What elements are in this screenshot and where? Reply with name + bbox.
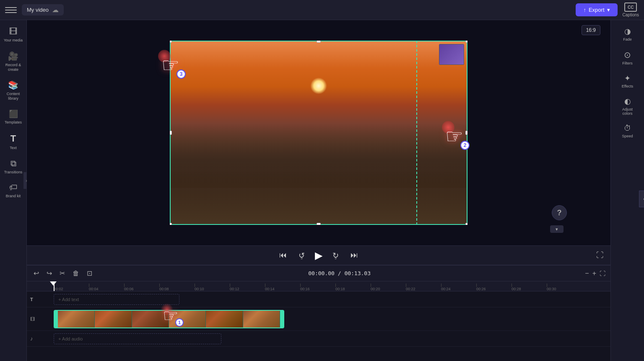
handle-top-center[interactable] [317, 41, 321, 43]
redo-button[interactable]: ↪ [45, 268, 54, 278]
menu-button[interactable] [5, 4, 17, 16]
undo-button[interactable]: ↩ [32, 268, 41, 278]
sidebar-label-templates: Templates [5, 120, 22, 125]
expand-timeline-button[interactable]: ⛶ [600, 270, 605, 277]
video-container[interactable]: ☞ 3 ☞ 2 [170, 41, 467, 225]
sidebar-item-content-library[interactable]: 📚 Contentlibrary [2, 77, 25, 104]
ruler-mark-0010: 00:10 [195, 284, 230, 291]
clip-thumb-5 [206, 311, 243, 327]
video-frame [170, 41, 467, 225]
video-track-row: 🎞 [27, 307, 610, 331]
sidebar-item-templates[interactable]: ⬛ Templates [2, 106, 25, 128]
skip-back-button[interactable]: ⏮ [278, 249, 288, 261]
play-button[interactable]: ▶ [315, 250, 322, 261]
fade-label: Fade [623, 37, 632, 41]
aspect-ratio-badge[interactable]: 16:9 [582, 25, 600, 35]
ruler-mark-0016: 00:16 [300, 284, 335, 291]
sidebar-item-record[interactable]: 🎥 Record &create [2, 48, 25, 75]
timeline-area: ↩ ↪ ✂ 🗑 ⊡ 00:00.00 / 00:13.03 − + ⛶ [27, 265, 610, 361]
chevron-down-icon: ▾ [556, 227, 558, 232]
caption-add-button[interactable]: ⊡ [85, 268, 94, 278]
timeline-tracks: T + Add text 🎞 [27, 291, 610, 361]
playhead-line[interactable] [54, 281, 55, 291]
zoom-in-button[interactable]: + [592, 270, 596, 277]
ruler-mark-0002: 00:02 [54, 284, 89, 291]
video-track-icon: 🎞 [30, 317, 35, 322]
text-track-label: T [27, 297, 54, 302]
timeline-ruler: 00:02 00:04 00:06 00:08 00:10 00:12 00:1… [27, 281, 610, 291]
handle-bottom-center[interactable] [317, 223, 321, 225]
video-clip[interactable] [54, 310, 284, 328]
ruler-mark-0026: 00:26 [476, 284, 512, 291]
playback-controls: ⏮ ↺5 ▶ ↻5 ⏭ ⛶ [27, 245, 610, 265]
ruler-mark-0008: 00:08 [159, 284, 195, 291]
right-sidebar-collapse-btn[interactable]: ‹ [639, 191, 644, 207]
add-audio-button[interactable]: + Add audio [54, 333, 221, 344]
export-dropdown-icon: ▾ [607, 7, 610, 13]
sidebar-item-transitions[interactable]: ⧉ Transitions [2, 155, 25, 178]
export-arrow-icon: ↑ [583, 7, 586, 13]
forward-5s-button[interactable]: ↻5 [331, 249, 340, 262]
sidebar-label-your-media: Your media [4, 38, 23, 43]
ruler-mark-0022: 00:22 [406, 284, 441, 291]
effects-icon: ✦ [624, 74, 631, 83]
rewind-5s-button[interactable]: ↺5 [297, 249, 306, 262]
clip-thumb-3 [132, 311, 169, 327]
right-sidebar-speed[interactable]: ⏱ Speed [613, 121, 643, 142]
export-label: Export [589, 7, 605, 13]
project-title[interactable]: My video ☁ [22, 4, 64, 15]
skip-forward-button[interactable]: ⏭ [349, 249, 360, 261]
corner-thumbnail [439, 44, 464, 65]
ruler-mark-0020: 00:20 [371, 284, 406, 291]
right-sidebar-effects[interactable]: ✦ Effects [613, 70, 643, 92]
clip-thumbnails [58, 311, 280, 327]
playhead-marker [50, 281, 57, 286]
filters-label: Filters [622, 61, 633, 65]
topbar: My video ☁ ↑ Export ▾ CC Captions [0, 0, 644, 20]
chevron-down-button[interactable]: ▾ [550, 225, 564, 233]
sidebar-item-text[interactable]: T Text [2, 130, 25, 154]
ruler-mark-0012: 00:12 [230, 284, 265, 291]
right-sidebar-filters[interactable]: ⊙ Filters [613, 46, 643, 69]
clip-handle-left[interactable] [55, 311, 58, 327]
sidebar-item-brand-kit[interactable]: 🏷 Brand kit [2, 179, 25, 202]
sidebar-item-your-media[interactable]: 🎞 Your media [2, 23, 25, 46]
ruler-mark-0014: 00:14 [265, 284, 300, 291]
handle-bottom-left[interactable] [170, 223, 172, 225]
fog-layer [170, 124, 467, 225]
handle-top-right[interactable] [465, 41, 467, 43]
time-total: 00:13.03 [344, 270, 371, 276]
time-separator: / [338, 270, 345, 276]
fullscreen-button[interactable]: ⛶ [596, 251, 604, 260]
help-button[interactable]: ? [552, 205, 567, 220]
captions-button[interactable]: CC Captions [623, 3, 639, 17]
cut-button[interactable]: ✂ [58, 268, 67, 278]
add-text-button[interactable]: + Add text [54, 294, 179, 305]
audio-track-icon: ♪ [30, 335, 33, 342]
split-line [416, 41, 417, 225]
main-area: 🎞 Your media 🎥 Record &create 📚 Contentl… [0, 20, 644, 361]
sun-element [310, 77, 327, 94]
help-icon: ? [557, 209, 562, 217]
handle-top-left[interactable] [170, 41, 172, 43]
media-icon: 🎞 [9, 27, 18, 36]
effects-label: Effects [622, 84, 633, 88]
clip-handle-right[interactable] [280, 311, 283, 327]
handle-middle-left[interactable] [170, 131, 172, 135]
delete-button[interactable]: 🗑 [71, 269, 81, 278]
sidebar-label-content-library: Contentlibrary [7, 92, 20, 101]
handle-bottom-right[interactable] [465, 223, 467, 225]
right-sidebar-fade[interactable]: ◑ Fade [613, 23, 643, 45]
video-track-content: ☞ 1 [54, 307, 610, 330]
project-name: My video [27, 7, 49, 13]
export-button[interactable]: ↑ Export ▾ [576, 3, 617, 16]
video-preview-area: 16:9 [27, 20, 610, 245]
center-panel: 16:9 [27, 20, 610, 361]
zoom-out-button[interactable]: − [585, 270, 589, 277]
right-sidebar-adjust-colors[interactable]: ◐ Adjustcolors [613, 93, 643, 119]
fade-icon: ◑ [624, 27, 631, 36]
library-icon: 📚 [8, 80, 18, 90]
text-track-icon: T [30, 297, 33, 302]
handle-middle-right[interactable] [465, 131, 467, 135]
speed-icon: ⏱ [624, 124, 631, 133]
